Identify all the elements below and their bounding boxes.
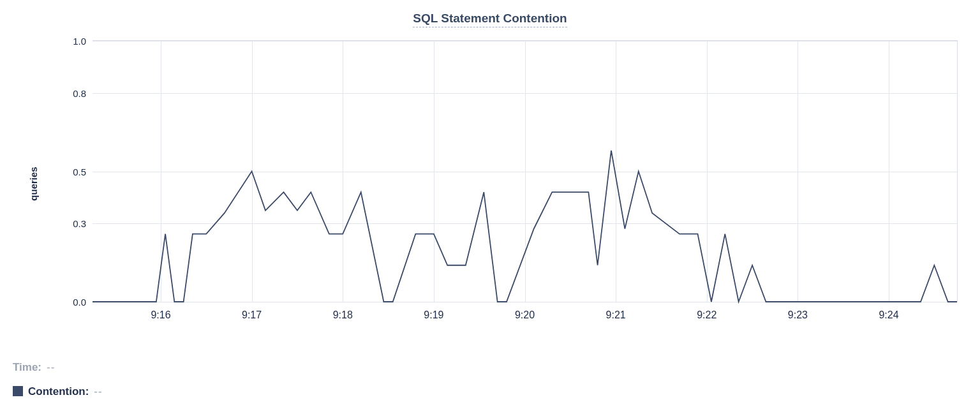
legend-time-row: Time: -- <box>13 355 103 379</box>
x-tick: 9:21 <box>606 309 626 321</box>
chart-area[interactable]: queries 0.00.30.50.81.09:169:179:189:199… <box>13 34 967 334</box>
series-line <box>93 41 957 302</box>
x-tick: 9:18 <box>333 309 353 321</box>
legend: Time: -- Contention: -- <box>13 355 103 403</box>
x-tick: 9:22 <box>697 309 716 321</box>
x-tick: 9:19 <box>424 309 443 321</box>
y-tick: 0.0 <box>73 297 86 308</box>
x-tick: 9:23 <box>788 309 808 321</box>
x-tick: 9:24 <box>879 309 898 321</box>
chart-title: SQL Statement Contention <box>413 11 567 27</box>
x-tick: 9:16 <box>151 309 170 321</box>
legend-series-value: -- <box>94 380 102 403</box>
legend-series-label: Contention: <box>28 380 89 403</box>
plot-region[interactable]: 0.00.30.50.81.09:169:179:189:199:209:219… <box>93 40 958 302</box>
legend-time-value: -- <box>47 355 55 379</box>
x-tick: 9:20 <box>515 309 535 321</box>
legend-time-label: Time: <box>13 355 41 379</box>
y-tick: 1.0 <box>73 36 86 47</box>
y-axis-label: queries <box>28 167 39 200</box>
y-tick: 0.8 <box>73 87 86 98</box>
legend-series-row: Contention: -- <box>13 380 103 403</box>
y-tick: 0.3 <box>73 218 86 229</box>
legend-swatch-icon <box>13 386 23 396</box>
x-tick: 9:17 <box>242 309 262 321</box>
y-tick: 0.5 <box>73 166 86 177</box>
